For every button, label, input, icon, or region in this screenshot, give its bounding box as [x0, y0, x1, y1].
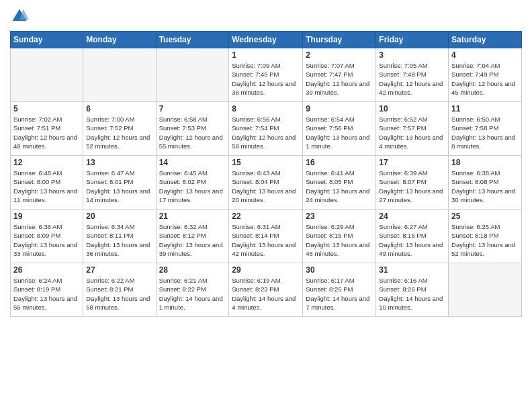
calendar-cell: 4Sunrise: 7:04 AM Sunset: 7:49 PM Daylig…	[449, 48, 522, 102]
day-number: 4	[451, 50, 519, 60]
calendar-cell: 7Sunrise: 6:58 AM Sunset: 7:53 PM Daylig…	[156, 102, 229, 156]
calendar-cell	[83, 48, 156, 102]
day-info: Sunrise: 7:07 AM Sunset: 7:47 PM Dayligh…	[306, 61, 373, 97]
day-number: 2	[306, 50, 373, 60]
day-number: 18	[451, 158, 519, 167]
day-number: 7	[159, 104, 226, 113]
day-number: 14	[159, 158, 226, 167]
calendar-cell: 27Sunrise: 6:22 AM Sunset: 8:21 PM Dayli…	[83, 263, 156, 317]
day-number: 12	[13, 158, 80, 167]
calendar-cell: 26Sunrise: 6:24 AM Sunset: 8:19 PM Dayli…	[11, 263, 83, 317]
day-info: Sunrise: 6:22 AM Sunset: 8:21 PM Dayligh…	[86, 276, 152, 312]
day-info: Sunrise: 6:47 AM Sunset: 8:01 PM Dayligh…	[86, 169, 152, 204]
calendar-cell: 21Sunrise: 6:32 AM Sunset: 8:12 PM Dayli…	[156, 210, 229, 263]
day-number: 6	[86, 104, 152, 113]
calendar-cell	[449, 263, 522, 317]
day-number: 10	[379, 104, 445, 113]
calendar-cell: 15Sunrise: 6:43 AM Sunset: 8:04 PM Dayli…	[229, 156, 303, 210]
day-info: Sunrise: 6:17 AM Sunset: 8:25 PM Dayligh…	[306, 276, 373, 312]
calendar-week-row: 1Sunrise: 7:09 AM Sunset: 7:45 PM Daylig…	[11, 48, 522, 102]
calendar-cell: 19Sunrise: 6:36 AM Sunset: 8:09 PM Dayli…	[11, 210, 83, 263]
calendar-table: SundayMondayTuesdayWednesdayThursdayFrid…	[10, 31, 522, 317]
day-info: Sunrise: 6:39 AM Sunset: 8:07 PM Dayligh…	[379, 169, 445, 204]
calendar-day-header: Sunday	[11, 32, 83, 48]
day-number: 1	[232, 50, 300, 60]
day-number: 20	[86, 212, 152, 221]
day-info: Sunrise: 6:56 AM Sunset: 7:54 PM Dayligh…	[232, 115, 300, 150]
calendar-cell: 2Sunrise: 7:07 AM Sunset: 7:47 PM Daylig…	[303, 48, 376, 102]
day-info: Sunrise: 6:19 AM Sunset: 8:23 PM Dayligh…	[232, 276, 300, 312]
calendar-cell: 13Sunrise: 6:47 AM Sunset: 8:01 PM Dayli…	[83, 156, 156, 210]
day-number: 24	[379, 212, 445, 221]
day-number: 13	[86, 158, 152, 167]
day-info: Sunrise: 6:45 AM Sunset: 8:02 PM Dayligh…	[159, 169, 226, 204]
day-number: 8	[232, 104, 300, 113]
day-info: Sunrise: 7:04 AM Sunset: 7:49 PM Dayligh…	[451, 61, 519, 97]
day-info: Sunrise: 6:52 AM Sunset: 7:57 PM Dayligh…	[379, 115, 445, 150]
day-number: 15	[232, 158, 300, 167]
day-number: 17	[379, 158, 445, 167]
calendar-cell: 14Sunrise: 6:45 AM Sunset: 8:02 PM Dayli…	[156, 156, 229, 210]
calendar-cell: 9Sunrise: 6:54 AM Sunset: 7:56 PM Daylig…	[303, 102, 376, 156]
day-info: Sunrise: 6:43 AM Sunset: 8:04 PM Dayligh…	[232, 169, 300, 204]
day-info: Sunrise: 6:21 AM Sunset: 8:22 PM Dayligh…	[159, 276, 226, 312]
day-number: 3	[379, 50, 445, 60]
day-info: Sunrise: 6:54 AM Sunset: 7:56 PM Dayligh…	[306, 115, 373, 150]
calendar-week-row: 19Sunrise: 6:36 AM Sunset: 8:09 PM Dayli…	[11, 210, 522, 263]
calendar-day-header: Tuesday	[156, 32, 229, 48]
calendar-cell: 31Sunrise: 6:16 AM Sunset: 8:26 PM Dayli…	[376, 263, 449, 317]
day-info: Sunrise: 6:32 AM Sunset: 8:12 PM Dayligh…	[159, 222, 226, 258]
logo	[10, 7, 32, 26]
day-info: Sunrise: 7:02 AM Sunset: 7:51 PM Dayligh…	[13, 115, 80, 150]
calendar-day-header: Friday	[376, 32, 449, 48]
calendar-cell: 30Sunrise: 6:17 AM Sunset: 8:25 PM Dayli…	[303, 263, 376, 317]
day-info: Sunrise: 6:36 AM Sunset: 8:09 PM Dayligh…	[13, 222, 80, 258]
day-info: Sunrise: 6:34 AM Sunset: 8:11 PM Dayligh…	[86, 222, 152, 258]
calendar-cell: 24Sunrise: 6:27 AM Sunset: 8:16 PM Dayli…	[376, 210, 449, 263]
calendar-day-header: Saturday	[449, 32, 522, 48]
day-info: Sunrise: 6:58 AM Sunset: 7:53 PM Dayligh…	[159, 115, 226, 150]
calendar-cell: 28Sunrise: 6:21 AM Sunset: 8:22 PM Dayli…	[156, 263, 229, 317]
calendar-cell: 25Sunrise: 6:25 AM Sunset: 8:18 PM Dayli…	[449, 210, 522, 263]
day-number: 28	[159, 265, 226, 275]
day-number: 26	[13, 265, 80, 275]
day-info: Sunrise: 6:24 AM Sunset: 8:19 PM Dayligh…	[13, 276, 80, 312]
day-info: Sunrise: 6:31 AM Sunset: 8:14 PM Dayligh…	[232, 222, 300, 258]
day-number: 9	[306, 104, 373, 113]
page-header	[10, 7, 522, 26]
calendar-cell: 29Sunrise: 6:19 AM Sunset: 8:23 PM Dayli…	[229, 263, 303, 317]
day-number: 22	[232, 212, 300, 221]
calendar-cell: 10Sunrise: 6:52 AM Sunset: 7:57 PM Dayli…	[376, 102, 449, 156]
calendar-cell: 23Sunrise: 6:29 AM Sunset: 8:15 PM Dayli…	[303, 210, 376, 263]
calendar-cell: 8Sunrise: 6:56 AM Sunset: 7:54 PM Daylig…	[229, 102, 303, 156]
calendar-cell	[156, 48, 229, 102]
day-info: Sunrise: 6:27 AM Sunset: 8:16 PM Dayligh…	[379, 222, 445, 258]
day-info: Sunrise: 6:50 AM Sunset: 7:58 PM Dayligh…	[451, 115, 519, 150]
day-info: Sunrise: 6:16 AM Sunset: 8:26 PM Dayligh…	[379, 276, 445, 312]
calendar-day-header: Monday	[83, 32, 156, 48]
calendar-cell: 17Sunrise: 6:39 AM Sunset: 8:07 PM Dayli…	[376, 156, 449, 210]
day-number: 11	[451, 104, 519, 113]
day-info: Sunrise: 7:09 AM Sunset: 7:45 PM Dayligh…	[232, 61, 300, 97]
calendar-cell: 12Sunrise: 6:48 AM Sunset: 8:00 PM Dayli…	[11, 156, 83, 210]
calendar-week-row: 12Sunrise: 6:48 AM Sunset: 8:00 PM Dayli…	[11, 156, 522, 210]
day-number: 31	[379, 265, 445, 275]
page-container: SundayMondayTuesdayWednesdayThursdayFrid…	[0, 0, 532, 411]
calendar-cell: 18Sunrise: 6:38 AM Sunset: 8:08 PM Dayli…	[449, 156, 522, 210]
calendar-cell: 11Sunrise: 6:50 AM Sunset: 7:58 PM Dayli…	[449, 102, 522, 156]
day-number: 30	[306, 265, 373, 275]
calendar-day-header: Wednesday	[229, 32, 303, 48]
calendar-day-header: Thursday	[303, 32, 376, 48]
day-info: Sunrise: 6:48 AM Sunset: 8:00 PM Dayligh…	[13, 169, 80, 204]
day-info: Sunrise: 7:00 AM Sunset: 7:52 PM Dayligh…	[86, 115, 152, 150]
calendar-cell: 1Sunrise: 7:09 AM Sunset: 7:45 PM Daylig…	[229, 48, 303, 102]
day-number: 19	[13, 212, 80, 221]
day-number: 16	[306, 158, 373, 167]
calendar-cell: 16Sunrise: 6:41 AM Sunset: 8:05 PM Dayli…	[303, 156, 376, 210]
day-info: Sunrise: 6:41 AM Sunset: 8:05 PM Dayligh…	[306, 169, 373, 204]
day-number: 27	[86, 265, 152, 275]
calendar-header-row: SundayMondayTuesdayWednesdayThursdayFrid…	[11, 32, 522, 48]
day-number: 23	[306, 212, 373, 221]
day-number: 5	[13, 104, 80, 113]
day-number: 29	[232, 265, 300, 275]
